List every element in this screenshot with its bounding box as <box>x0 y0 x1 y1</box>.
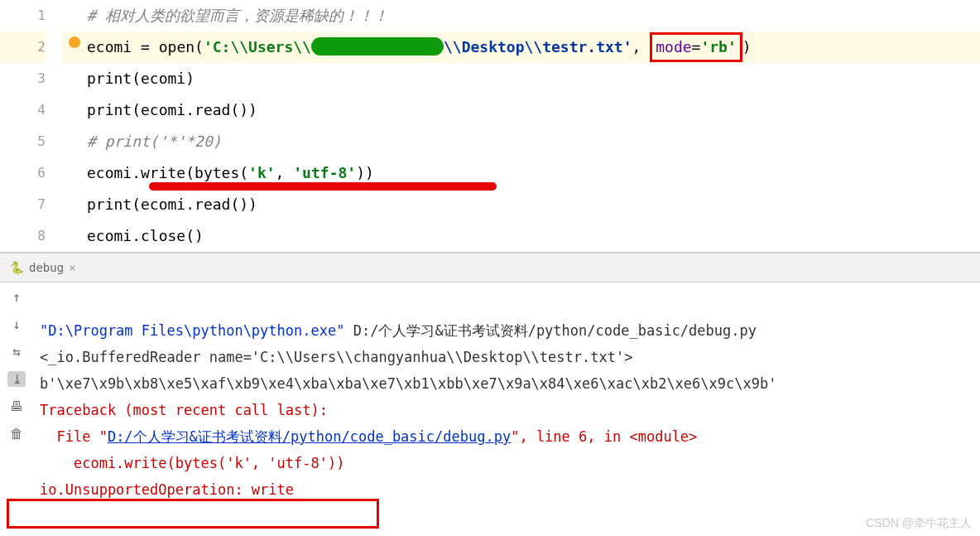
output-command: "D:\Program Files\python\python.exe" <box>40 322 344 339</box>
output-repr: <_io.BufferedReader name='C:\\Users\\cha… <box>40 349 632 365</box>
wrap-icon[interactable]: ⇆ <box>7 344 26 360</box>
error-message: io.UnsupportedOperation: write <box>40 481 294 498</box>
error-highlight-box <box>7 499 379 529</box>
code-area[interactable]: # 相对人类的欲望而言，资源是稀缺的！！！ ecomi = open('C:\\… <box>62 0 980 252</box>
print-icon[interactable]: 🖶 <box>7 398 26 414</box>
watermark: CSDN @牵牛花主人 <box>866 516 972 531</box>
python-icon: 🐍 <box>10 261 24 274</box>
code-line-7[interactable]: print(ecomi.read()) <box>62 189 980 220</box>
code-line-2[interactable]: ecomi = open('C:\\Users\\\\Desktop\\test… <box>62 31 980 63</box>
code-editor: 1 2 3 4 5 6 7 8 # 相对人类的欲望而言，资源是稀缺的！！！ ec… <box>0 0 980 253</box>
line-gutter: 1 2 3 4 5 6 7 8 <box>0 0 62 252</box>
traceback-header: Traceback (most recent call last): <box>40 402 328 418</box>
trash-icon[interactable]: 🗑 <box>7 426 26 442</box>
up-icon[interactable]: ↑ <box>7 289 26 305</box>
lightbulb-icon[interactable] <box>69 36 80 48</box>
line-number: 1 <box>0 0 46 31</box>
code-line-4[interactable]: print(ecomi.read()) <box>62 94 980 126</box>
code-line-1[interactable]: # 相对人类的欲望而言，资源是稀缺的！！！ <box>62 0 980 31</box>
line-number: 6 <box>0 157 46 189</box>
code-line-8[interactable]: ecomi.close() <box>62 220 980 252</box>
red-underline-annotation <box>149 182 497 191</box>
line-number: 3 <box>0 63 46 94</box>
line-number: 4 <box>0 94 46 126</box>
down-icon[interactable]: ↓ <box>7 316 26 332</box>
output-bytes: b'\xe7\x9b\xb8\xe5\xaf\xb9\xe4\xba\xba\x… <box>40 375 776 392</box>
code-line-3[interactable]: print(ecomi) <box>62 63 980 94</box>
tab-label: debug <box>29 261 64 274</box>
debug-tab[interactable]: 🐍 debug × <box>10 261 76 274</box>
scroll-icon[interactable]: ⤓ <box>7 371 26 387</box>
line-number: 7 <box>0 189 46 220</box>
console-toolbar: ↑ ↓ ⇆ ⤓ 🖶 🗑 <box>0 282 33 498</box>
traceback-file-link[interactable]: D:/个人学习&证书考试资料/python/code_basic/debug.p… <box>108 428 511 445</box>
console-tab-bar: 🐍 debug × <box>0 253 980 282</box>
line-number: 2 <box>0 31 46 63</box>
line-number: 5 <box>0 126 46 157</box>
traceback-code: ecomi.write(bytes('k', 'utf-8')) <box>40 455 344 471</box>
console-output[interactable]: "D:\Program Files\python\python.exe" D:/… <box>33 282 980 498</box>
code-line-5[interactable]: # print('*'*20) <box>62 126 980 157</box>
close-icon[interactable]: × <box>69 261 75 274</box>
console-pane: ↑ ↓ ⇆ ⤓ 🖶 🗑 "D:\Program Files\python\pyt… <box>0 282 980 498</box>
redacted-username <box>311 37 444 56</box>
line-number: 8 <box>0 220 46 252</box>
highlighted-mode-param: mode='rb' <box>650 32 742 62</box>
